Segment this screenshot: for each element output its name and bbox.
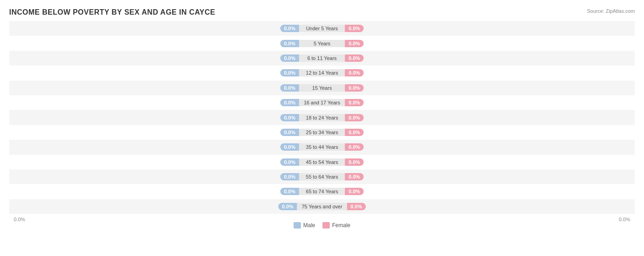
center-label: 0.0% 15 Years 0.0% — [280, 84, 364, 92]
center-label: 0.0% 45 to 54 Years 0.0% — [280, 158, 364, 166]
bar-row: 0.0% 15 Years 0.0% — [9, 81, 635, 95]
legend-male-box — [294, 222, 301, 229]
bar-row: 0.0% 75 Years and over 0.0% — [9, 199, 635, 214]
age-label: 55 to 64 Years — [299, 173, 345, 180]
female-value: 0.0% — [345, 69, 364, 76]
male-value: 0.0% — [280, 114, 299, 121]
center-label: 0.0% 75 Years and over 0.0% — [278, 203, 366, 210]
legend-female-label: Female — [332, 222, 350, 229]
center-label: 0.0% 65 to 74 Years 0.0% — [280, 188, 364, 195]
male-value: 0.0% — [278, 203, 297, 210]
male-value: 0.0% — [280, 158, 299, 166]
male-value: 0.0% — [280, 143, 299, 151]
legend-male-label: Male — [303, 222, 315, 229]
axis-left-value: 0.0% — [9, 214, 322, 222]
age-label: 45 to 54 Years — [299, 158, 345, 166]
age-label: 15 Years — [299, 84, 345, 92]
male-value: 0.0% — [280, 173, 299, 180]
male-value: 0.0% — [280, 188, 299, 195]
bar-row: 0.0% 55 to 64 Years 0.0% — [9, 169, 635, 184]
female-value: 0.0% — [345, 114, 364, 121]
female-value: 0.0% — [345, 25, 364, 32]
bar-row: 0.0% 65 to 74 Years 0.0% — [9, 184, 635, 199]
age-label: 5 Years — [299, 40, 345, 47]
legend-male: Male — [294, 222, 315, 229]
age-label: 35 to 44 Years — [299, 143, 345, 151]
center-label: 0.0% 12 to 14 Years 0.0% — [280, 69, 364, 76]
bar-row: 0.0% 45 to 54 Years 0.0% — [9, 155, 635, 169]
age-label: 75 Years and over — [297, 203, 347, 210]
female-value: 0.0% — [345, 143, 364, 151]
center-label: 0.0% 25 to 34 Years 0.0% — [280, 129, 364, 136]
bar-row: 0.0% Under 5 Years 0.0% — [9, 21, 635, 36]
male-value: 0.0% — [280, 40, 299, 47]
axis-right-value: 0.0% — [322, 214, 635, 222]
female-value: 0.0% — [347, 203, 366, 210]
female-value: 0.0% — [345, 84, 364, 92]
female-value: 0.0% — [345, 129, 364, 136]
center-label: 0.0% Under 5 Years 0.0% — [280, 25, 364, 32]
male-value: 0.0% — [280, 54, 299, 62]
center-label: 0.0% 6 to 11 Years 0.0% — [280, 54, 364, 62]
bar-row: 0.0% 16 and 17 Years 0.0% — [9, 95, 635, 110]
center-label: 0.0% 35 to 44 Years 0.0% — [280, 143, 364, 151]
bar-row: 0.0% 12 to 14 Years 0.0% — [9, 65, 635, 80]
female-value: 0.0% — [345, 40, 364, 47]
age-label: 65 to 74 Years — [299, 188, 345, 195]
male-value: 0.0% — [280, 84, 299, 92]
legend-female: Female — [322, 222, 350, 229]
chart-area: 0.0% Under 5 Years 0.0% 0.0% 5 Years 0.0… — [9, 21, 635, 232]
chart-title: INCOME BELOW POVERTY BY SEX AND AGE IN C… — [9, 8, 635, 16]
center-label: 0.0% 16 and 17 Years 0.0% — [280, 99, 364, 106]
center-label: 0.0% 5 Years 0.0% — [280, 40, 364, 47]
bar-row: 0.0% 35 to 44 Years 0.0% — [9, 140, 635, 154]
female-value: 0.0% — [345, 188, 364, 195]
age-label: 18 to 24 Years — [299, 114, 345, 121]
age-label: 16 and 17 Years — [299, 99, 345, 106]
female-value: 0.0% — [345, 158, 364, 166]
bottom-axis: 0.0% Male Female 0.0% — [9, 214, 635, 232]
legend: Male Female — [294, 222, 350, 229]
source-text: Source: ZipAtlas.com — [587, 8, 635, 14]
bar-row: 0.0% 5 Years 0.0% — [9, 36, 635, 50]
center-label: 0.0% 18 to 24 Years 0.0% — [280, 114, 364, 121]
chart-container: INCOME BELOW POVERTY BY SEX AND AGE IN C… — [0, 0, 644, 256]
legend-female-box — [322, 222, 330, 229]
female-value: 0.0% — [345, 99, 364, 106]
female-value: 0.0% — [345, 173, 364, 180]
rows-container: 0.0% Under 5 Years 0.0% 0.0% 5 Years 0.0… — [9, 21, 635, 214]
male-value: 0.0% — [280, 129, 299, 136]
age-label: 25 to 34 Years — [299, 129, 345, 136]
female-value: 0.0% — [345, 54, 364, 62]
bar-row: 0.0% 6 to 11 Years 0.0% — [9, 51, 635, 65]
bar-row: 0.0% 18 to 24 Years 0.0% — [9, 110, 635, 125]
center-label: 0.0% 55 to 64 Years 0.0% — [280, 173, 364, 180]
bar-row: 0.0% 25 to 34 Years 0.0% — [9, 125, 635, 140]
male-value: 0.0% — [280, 25, 299, 32]
age-label: Under 5 Years — [299, 25, 345, 32]
age-label: 6 to 11 Years — [299, 54, 345, 62]
male-value: 0.0% — [280, 99, 299, 106]
age-label: 12 to 14 Years — [299, 69, 345, 76]
male-value: 0.0% — [280, 69, 299, 76]
